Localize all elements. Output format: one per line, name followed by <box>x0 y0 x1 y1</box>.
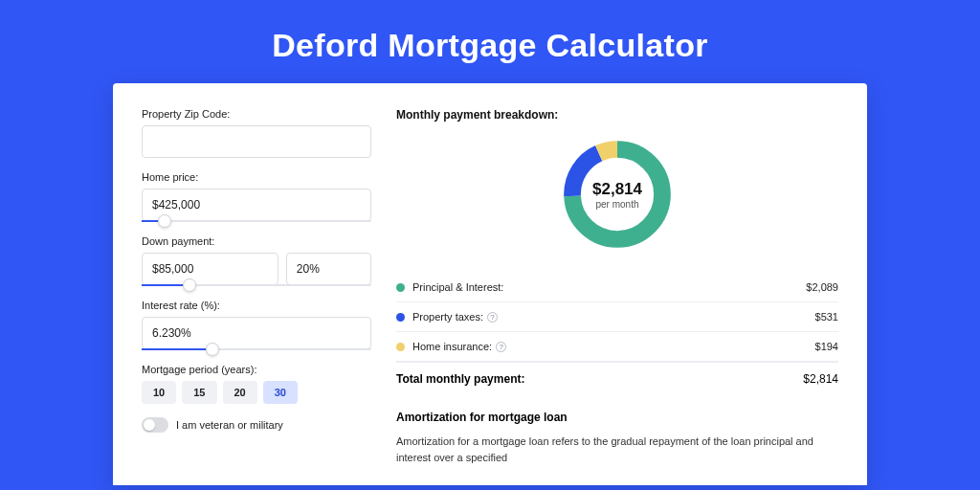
interest-rate-input[interactable] <box>142 317 371 349</box>
down-payment-amount-input[interactable] <box>142 253 278 285</box>
legend-row-ins: Home insurance: ? $194 <box>396 332 838 362</box>
calculator-panel: Property Zip Code: Home price: Down paym… <box>113 83 867 485</box>
legend-label-pi: Principal & Interest: <box>412 281 806 293</box>
interest-rate-label: Interest rate (%): <box>142 300 371 311</box>
legend-amount-total: $2,814 <box>803 372 838 386</box>
results-column: Monthly payment breakdown: $2,814 per mo… <box>396 108 838 485</box>
period-option-20[interactable]: 20 <box>223 381 257 404</box>
home-price-input[interactable] <box>142 189 371 221</box>
interest-rate-group: Interest rate (%): <box>142 300 371 350</box>
zip-label: Property Zip Code: <box>142 108 371 120</box>
page-title: Deford Mortgage Calculator <box>0 0 980 83</box>
donut-chart: $2,814 per month <box>558 135 677 254</box>
breakdown-heading: Monthly payment breakdown: <box>396 108 838 122</box>
interest-rate-slider[interactable] <box>142 348 371 350</box>
legend-amount-ins: $194 <box>815 341 838 352</box>
legend-dot-icon <box>396 343 405 351</box>
legend-row-pi: Principal & Interest: $2,089 <box>396 273 838 302</box>
legend-dot-icon <box>396 313 405 322</box>
veteran-toggle[interactable] <box>142 417 168 433</box>
home-price-label: Home price: <box>142 171 371 183</box>
donut-total-sub: per month <box>595 199 638 210</box>
legend-label-total: Total monthly payment: <box>396 372 803 386</box>
veteran-row: I am veteran or military <box>142 417 371 433</box>
down-payment-label: Down payment: <box>142 235 371 247</box>
zip-field-group: Property Zip Code: <box>142 108 371 158</box>
veteran-label: I am veteran or military <box>176 419 283 431</box>
period-label: Mortgage period (years): <box>142 364 371 375</box>
home-price-group: Home price: <box>142 171 371 222</box>
donut-center: $2,814 per month <box>558 135 677 254</box>
amortization-heading: Amortization for mortgage loan <box>396 411 838 424</box>
down-payment-group: Down payment: <box>142 235 371 286</box>
home-price-slider[interactable] <box>142 220 371 222</box>
legend-row-total: Total monthly payment: $2,814 <box>396 362 838 399</box>
period-option-30[interactable]: 30 <box>263 381 298 404</box>
down-payment-slider[interactable] <box>142 284 371 286</box>
legend-label-ins: Home insurance: <box>412 341 492 352</box>
period-options: 10 15 20 30 <box>142 381 371 404</box>
info-icon[interactable]: ? <box>487 312 498 323</box>
legend-row-tax: Property taxes: ? $531 <box>396 302 838 332</box>
down-payment-percent-input[interactable] <box>286 253 371 285</box>
legend-dot-icon <box>396 283 405 292</box>
legend-amount-pi: $2,089 <box>806 281 838 293</box>
period-option-15[interactable]: 15 <box>182 381 216 404</box>
zip-input[interactable] <box>142 125 371 158</box>
donut-total-value: $2,814 <box>592 180 642 199</box>
info-icon[interactable]: ? <box>496 342 506 352</box>
period-option-10[interactable]: 10 <box>142 381 176 404</box>
legend-label-tax: Property taxes: <box>412 311 483 323</box>
period-group: Mortgage period (years): 10 15 20 30 <box>142 364 371 404</box>
donut-chart-wrap: $2,814 per month <box>396 135 838 254</box>
input-form: Property Zip Code: Home price: Down paym… <box>142 108 371 485</box>
legend-amount-tax: $531 <box>815 311 838 323</box>
amortization-body: Amortization for a mortgage loan refers … <box>396 434 838 465</box>
